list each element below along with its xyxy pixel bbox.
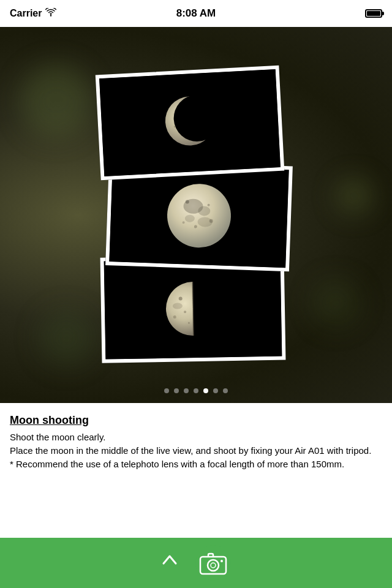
bokeh-blob	[20, 64, 93, 138]
hero-area	[0, 27, 392, 403]
dot-1[interactable]	[164, 388, 169, 393]
carrier-text: Carrier	[10, 8, 42, 19]
wifi-icon	[45, 8, 56, 19]
info-title: Moon shooting	[10, 414, 382, 427]
dot-7[interactable]	[223, 388, 228, 393]
photo-card-half	[100, 254, 286, 363]
camera-icon	[199, 551, 227, 575]
svg-point-26	[208, 560, 219, 571]
svg-point-3	[164, 95, 216, 146]
dot-6[interactable]	[213, 388, 218, 393]
info-body: Shoot the moon clearly. Place the moon i…	[10, 431, 382, 470]
carrier-label: Carrier	[10, 8, 56, 19]
svg-point-7	[166, 183, 232, 249]
bokeh-blob	[336, 178, 372, 214]
dot-2[interactable]	[174, 388, 179, 393]
bokeh-blob	[312, 279, 361, 328]
moon-full-image	[109, 164, 288, 268]
chevron-up-icon[interactable]	[161, 554, 178, 570]
photo-card-crescent	[96, 66, 285, 180]
moon-crescent-image	[99, 69, 281, 176]
battery-icon	[365, 9, 382, 18]
status-bar: Carrier 8:08 AM	[0, 0, 392, 27]
bottom-bar	[0, 538, 392, 588]
svg-point-0	[50, 15, 51, 16]
status-time: 8:08 AM	[176, 7, 216, 20]
dot-4[interactable]	[194, 388, 198, 393]
battery-indicator	[365, 9, 382, 18]
info-paragraph-1: Shoot the moon clearly.	[10, 432, 105, 442]
moon-half-image	[104, 258, 282, 360]
dot-indicators	[0, 388, 392, 393]
info-paragraph-2: Place the moon in the middle of the live…	[10, 445, 371, 456]
photos-stack	[104, 70, 288, 360]
dot-5[interactable]	[203, 388, 208, 393]
svg-point-27	[211, 563, 216, 568]
info-section: Moon shooting Shoot the moon clearly. Pl…	[0, 403, 392, 538]
svg-point-28	[221, 560, 223, 562]
info-paragraph-3: * Recommend the use of a telephoto lens …	[10, 459, 344, 469]
bokeh-blob	[39, 311, 94, 366]
camera-button[interactable]	[195, 545, 231, 581]
dot-3[interactable]	[184, 388, 189, 393]
